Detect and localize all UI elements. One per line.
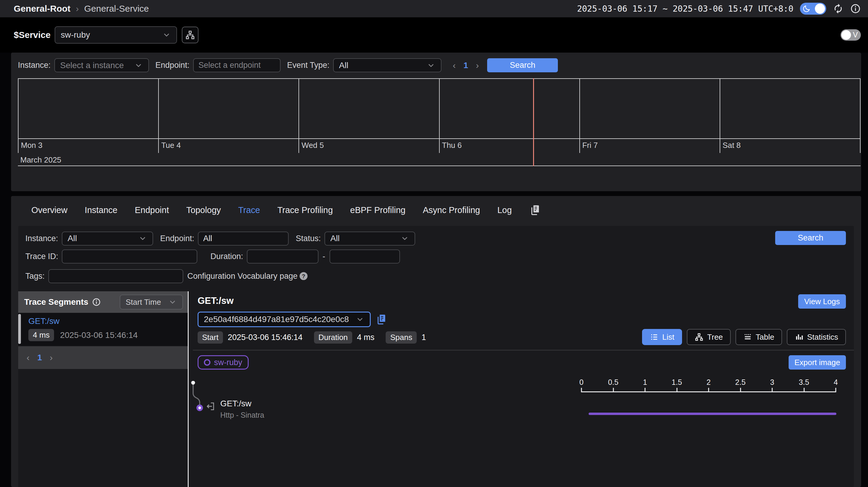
info-icon[interactable] — [92, 297, 101, 307]
view-button-label: Statistics — [807, 333, 838, 342]
trace-segments-title: Trace Segments — [24, 297, 88, 307]
next-page-arrow[interactable]: › — [476, 60, 479, 70]
time-range-picker[interactable]: 2025-03-06 15:17 ~ 2025-03-06 15:47 UTC+… — [577, 4, 794, 14]
page-number[interactable]: 1 — [37, 353, 42, 363]
tab-trace-profiling[interactable]: Trace Profiling — [277, 205, 333, 215]
tab-overview[interactable]: Overview — [31, 205, 67, 215]
axis-tick-label: 2.5 — [735, 378, 746, 386]
view-button-tree[interactable]: Tree — [687, 329, 731, 345]
day-label: Tue 4 — [159, 139, 299, 153]
view-button-label: Tree — [707, 333, 723, 342]
export-image-button[interactable]: Export image — [788, 355, 846, 370]
tree-icon — [694, 333, 704, 342]
day-label: Mon 3 — [19, 139, 158, 153]
duration-min-input[interactable] — [247, 250, 318, 263]
breadcrumb-current[interactable]: General-Service — [84, 4, 149, 14]
spans-label-badge: Spans — [385, 331, 417, 344]
day-label: Wed 5 — [299, 139, 439, 153]
next-page-arrow[interactable]: › — [50, 352, 53, 363]
breadcrumb-separator: › — [76, 4, 79, 14]
span-component: Http - Sinatra — [220, 411, 264, 420]
page-number[interactable]: 1 — [464, 61, 468, 70]
vocabulary-link[interactable]: Configuration Vocabulary page — [187, 271, 298, 281]
tab-async-profiling[interactable]: Async Profiling — [423, 205, 480, 215]
info-icon[interactable] — [850, 3, 861, 14]
tab-instance[interactable]: Instance — [85, 205, 118, 215]
trace-segments-list: GET:/sw 4 ms 2025-03-06 15:46:14 — [18, 313, 188, 346]
service-label: $Service — [14, 30, 51, 40]
sort-select[interactable]: Start Time — [120, 294, 183, 310]
sort-select-value: Start Time — [126, 297, 161, 307]
trace-id-select[interactable]: 2e50a4f6884d497a81e97d5c4c20e0c8 — [197, 312, 371, 327]
segment-name[interactable]: GET:/sw — [28, 316, 188, 326]
breadcrumb-root[interactable]: General-Root — [14, 4, 70, 14]
prev-page-arrow[interactable]: ‹ — [27, 352, 30, 363]
tab-ebpf-profiling[interactable]: eBPF Profiling — [350, 205, 405, 215]
axis-tick-label: 4 — [834, 378, 838, 386]
axis-tick-label: 3 — [770, 378, 774, 386]
span-name[interactable]: GET:/sw — [220, 399, 251, 408]
scrollbar-thumb[interactable] — [18, 314, 21, 344]
service-topology-button[interactable] — [182, 27, 198, 43]
events-panel: Instance: Select a instance Endpoint: Ev… — [11, 53, 861, 191]
view-button-list[interactable]: List — [642, 329, 682, 345]
service-select[interactable]: sw-ruby — [55, 26, 177, 44]
trace-segments-panel: Trace Segments Start Time GET:/sw — [18, 291, 188, 487]
tags-input[interactable] — [49, 269, 183, 283]
tab-topology[interactable]: Topology — [186, 205, 221, 215]
duration-label-badge: Duration — [314, 331, 352, 344]
events-calendar[interactable]: Mon 3 Tue 4 Wed 5 Thu 6 Fri 7 Sat 8 Marc… — [18, 78, 861, 166]
axis-tick-label: 3.5 — [799, 378, 809, 386]
chevron-down-icon — [134, 61, 143, 70]
event-type-value: All — [339, 61, 348, 70]
view-switcher: List Tree Table — [642, 329, 846, 345]
event-instance-placeholder: Select a instance — [60, 61, 124, 70]
chevron-down-icon — [138, 234, 147, 243]
service-legend-chip[interactable]: sw-ruby — [197, 355, 249, 370]
legend-service-name: sw-ruby — [214, 358, 242, 367]
duration-max-input[interactable] — [330, 250, 400, 263]
trace-search-button[interactable]: Search — [775, 231, 846, 245]
event-endpoint-input[interactable] — [193, 58, 281, 72]
view-button-statistics[interactable]: Statistics — [787, 329, 846, 345]
spans-value: 1 — [422, 333, 426, 342]
view-logs-button[interactable]: View Logs — [798, 294, 846, 309]
filter-instance-select[interactable]: All — [62, 232, 153, 246]
endpoint-label: Endpoint: — [156, 61, 190, 70]
event-type-select[interactable]: All — [333, 58, 441, 72]
chevron-down-icon — [400, 234, 409, 243]
dark-mode-toggle[interactable] — [800, 3, 826, 15]
time-axis: 0 0.5 1 1.5 2 2.5 3 3.5 4 — [582, 378, 836, 392]
filter-endpoint-input[interactable] — [198, 232, 289, 246]
version-toggle[interactable]: V — [841, 29, 861, 40]
filter-status-select[interactable]: All — [324, 232, 415, 246]
segment-start-time: 2025-03-06 15:46:14 — [60, 331, 137, 340]
tab-trace[interactable]: Trace — [238, 205, 260, 215]
prev-page-arrow[interactable]: ‹ — [453, 60, 456, 70]
tab-endpoint[interactable]: Endpoint — [135, 205, 169, 215]
trace-id-value: 2e50a4f6884d497a81e97d5c4c20e0c8 — [204, 315, 349, 324]
list-item[interactable]: GET:/sw 4 ms 2025-03-06 15:46:14 — [18, 313, 188, 341]
trace-title: GET:/sw — [197, 295, 234, 306]
tabs-row: Overview Instance Endpoint Topology Trac… — [11, 196, 861, 218]
question-icon[interactable]: ? — [299, 271, 308, 281]
copy-trace-id-icon[interactable] — [375, 314, 387, 325]
chevron-down-icon — [168, 297, 177, 307]
copy-dashboard-icon[interactable] — [529, 204, 540, 216]
svg-text:?: ? — [302, 273, 305, 279]
refresh-icon[interactable] — [833, 3, 843, 14]
axis-baseline — [582, 392, 836, 392]
events-search-button[interactable]: Search — [487, 58, 558, 72]
month-label: March 2025 — [18, 153, 861, 166]
bar-chart-icon — [795, 333, 804, 342]
span-duration-bar[interactable] — [589, 412, 836, 415]
event-instance-select[interactable]: Select a instance — [54, 58, 149, 72]
toggle-knob — [815, 4, 825, 14]
filter-status-value: All — [331, 234, 340, 243]
trace-id-input[interactable] — [62, 250, 197, 263]
tab-log[interactable]: Log — [497, 205, 512, 215]
chevron-down-icon — [162, 30, 171, 39]
axis-tick-label: 2 — [707, 378, 711, 386]
trace-id-label: Trace ID: — [25, 252, 58, 261]
view-button-table[interactable]: Table — [736, 329, 782, 345]
